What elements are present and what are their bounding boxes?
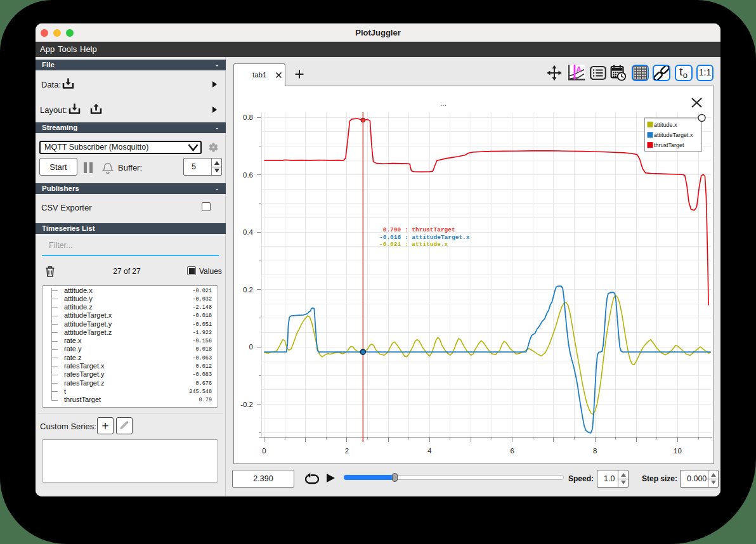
svg-text:0.6: 0.6 xyxy=(243,171,253,179)
svg-text:6: 6 xyxy=(510,447,514,455)
svg-text:8: 8 xyxy=(593,447,597,455)
svg-text:0: 0 xyxy=(262,447,266,455)
svg-text:0.4: 0.4 xyxy=(243,228,254,236)
svg-text:...: ... xyxy=(440,99,446,108)
svg-text:0.790 : thrustTarget: 0.790 : thrustTarget xyxy=(379,226,455,233)
svg-text:thrustTarget: thrustTarget xyxy=(654,142,684,148)
svg-text:A: A xyxy=(577,65,582,73)
svg-text:0.8: 0.8 xyxy=(243,113,253,121)
svg-text:10: 10 xyxy=(674,447,682,455)
svg-text:4: 4 xyxy=(427,447,432,455)
svg-text:-0.018 : attitudeTarget.x: -0.018 : attitudeTarget.x xyxy=(379,234,470,241)
svg-text:attitude.x: attitude.x xyxy=(654,122,677,128)
svg-text:2: 2 xyxy=(345,447,349,455)
svg-text:0: 0 xyxy=(249,343,253,351)
svg-text:-0.021 : attitude.x: -0.021 : attitude.x xyxy=(379,241,448,248)
svg-text:0.2: 0.2 xyxy=(243,286,253,294)
svg-text:-0.2: -0.2 xyxy=(240,401,253,408)
svg-text:attitudeTarget.x: attitudeTarget.x xyxy=(654,132,693,138)
